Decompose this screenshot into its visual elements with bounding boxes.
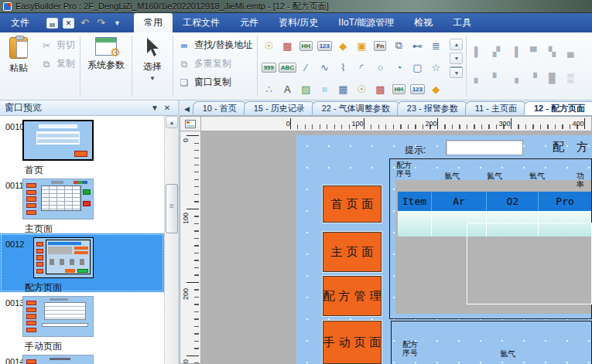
- panel-close-icon[interactable]: ✕: [161, 104, 173, 112]
- undo-icon[interactable]: ↶: [79, 18, 91, 29]
- preview-item-0011[interactable]: 0011 主页面: [0, 175, 164, 233]
- compile-icon[interactable]: ✕: [63, 18, 74, 29]
- window-id: 0013: [5, 298, 24, 308]
- value-display-icon[interactable]: 123: [408, 78, 426, 100]
- panel-scrollbar[interactable]: ▲: [164, 116, 178, 364]
- canvas-nav-button[interactable]: 配方管理: [323, 276, 382, 316]
- recipe-column-header: 功率: [577, 172, 591, 189]
- canvas-nav-button[interactable]: 手动页面: [323, 321, 382, 364]
- same-size-icon[interactable]: █: [542, 65, 561, 91]
- table-grid-icon[interactable]: ▦: [334, 78, 352, 100]
- multi-state-lamp-icon[interactable]: ▩: [371, 78, 389, 100]
- slider-icon[interactable]: ⊷: [408, 35, 426, 56]
- word-lamp-icon[interactable]: HH: [296, 35, 315, 56]
- align-right-icon[interactable]: ▐: [505, 39, 524, 65]
- same-height-icon[interactable]: ▝: [524, 65, 542, 91]
- ribbon-scroll-up-icon[interactable]: ▲: [450, 39, 463, 50]
- cut-button[interactable]: ✂ 剪切: [40, 39, 75, 52]
- canvas-nav-button[interactable]: 首页面: [323, 185, 382, 223]
- ribbon-scroll-down-icon[interactable]: ▼: [450, 53, 463, 64]
- menu-tab[interactable]: IIoT/能源管理: [328, 13, 404, 32]
- multi-copy-button[interactable]: ⧉ 多重复制: [178, 57, 252, 70]
- same-width-icon[interactable]: ▗: [505, 65, 524, 91]
- find-replace-address-button[interactable]: ∞ 查找/替换地址: [178, 39, 252, 52]
- window-id: 0011: [5, 181, 24, 190]
- line-tool-icon[interactable]: ∕: [296, 56, 315, 78]
- align-top-icon[interactable]: ▀: [524, 39, 542, 65]
- copy-icon: ⧉: [40, 59, 53, 70]
- select-dropdown-icon[interactable]: ▼: [149, 75, 156, 82]
- scroll-up-icon[interactable]: ▲: [166, 116, 178, 128]
- filled-rect-icon[interactable]: ■: [315, 78, 334, 100]
- canvas-nav-button[interactable]: 主页面: [323, 232, 382, 272]
- redo-icon[interactable]: ↷: [95, 18, 107, 29]
- align-bottom-icon[interactable]: ▄: [561, 39, 580, 65]
- polyline-tool-icon[interactable]: ⌇: [334, 56, 352, 78]
- picture-object-icon[interactable]: ▨: [296, 78, 315, 100]
- indicator-lamp-icon[interactable]: ☉: [259, 35, 278, 56]
- circle-tool-icon[interactable]: ○: [371, 56, 389, 78]
- bit-lamp-icon[interactable]: ☉: [352, 78, 371, 100]
- menu-tab[interactable]: 工程文件: [173, 13, 230, 32]
- menu-tab[interactable]: 检视: [404, 13, 443, 32]
- select-button[interactable]: 选择 ▼: [134, 32, 171, 100]
- preview-item-0012[interactable]: 0012 配方页面: [0, 233, 164, 292]
- traffic-light-icon[interactable]: ▩: [278, 35, 296, 56]
- function-key-icon[interactable]: ◆: [334, 35, 352, 56]
- ribbon-expand-icon[interactable]: ▼: [450, 66, 463, 78]
- paste-button[interactable]: 粘贴: [0, 32, 37, 100]
- word-display-icon[interactable]: HH: [389, 78, 408, 100]
- rotate-icon[interactable]: ▒: [561, 65, 580, 91]
- recipe-table-object[interactable]: ItemArO2Pro 配方 序号氩气氮气氧气功率: [389, 158, 592, 319]
- editor-tab[interactable]: 23 - 报警参数: [397, 101, 468, 115]
- editor-tab[interactable]: 10 - 首页: [193, 101, 247, 115]
- star-tool-icon[interactable]: ☆: [426, 56, 445, 78]
- tab-scroll-left-icon[interactable]: ◀: [181, 103, 193, 115]
- editor-tab[interactable]: 11 - 主页面: [465, 101, 527, 115]
- menu-tab[interactable]: 常用: [134, 13, 173, 32]
- text-object-icon[interactable]: A: [278, 78, 296, 100]
- save-icon[interactable]: [46, 18, 58, 29]
- binoculars-icon: ∞: [178, 40, 190, 51]
- menu-file[interactable]: 文件: [0, 13, 40, 32]
- align-middle-icon[interactable]: ▚: [542, 39, 561, 65]
- menu-tab[interactable]: 资料/历史: [269, 13, 328, 32]
- window-title: EasyBuilder Pro : 2F_DengLiZi_M160/1ie20…: [15, 1, 329, 12]
- system-parameters-button[interactable]: 系统参数: [82, 32, 130, 100]
- window-object-icon[interactable]: ⧉: [389, 35, 408, 56]
- panel-dropdown-icon[interactable]: ▼: [149, 104, 161, 112]
- rect-tool-icon[interactable]: ▢: [408, 56, 426, 78]
- menu-tab[interactable]: 元件: [230, 13, 269, 32]
- ascii-input-icon[interactable]: ABC: [278, 56, 296, 78]
- design-canvas[interactable]: 提示: 配方 ItemArO2Pro 配方 序号氩气氮气氧气功率 配方 序号氩气…: [296, 135, 592, 364]
- hint-value-box[interactable]: [446, 140, 523, 155]
- distribute-h-icon[interactable]: ▖: [468, 65, 487, 91]
- preview-item-0013[interactable]: 0013 手动页面: [0, 292, 164, 351]
- arc-tool-icon[interactable]: ◜: [352, 56, 371, 78]
- tag-object-icon[interactable]: ◆: [426, 78, 445, 100]
- preview-item-0014[interactable]: 0014: [0, 351, 164, 364]
- editor-tab[interactable]: 22 - 气体调整参数: [312, 101, 400, 115]
- align-left-icon[interactable]: ▌: [468, 39, 487, 65]
- numeric-input-icon[interactable]: 999: [259, 56, 278, 78]
- recipe-lower-object[interactable]: 配方 序号氩气: [391, 321, 592, 364]
- fn-button-icon[interactable]: Fn: [371, 35, 389, 56]
- rays-object-icon[interactable]: ∴: [259, 78, 278, 100]
- scroll-thumb[interactable]: [166, 184, 178, 233]
- copy-button[interactable]: ⧉ 复制: [40, 57, 75, 70]
- align-center-h-icon[interactable]: ▞: [487, 39, 505, 65]
- preview-item-0010[interactable]: 0010 首页: [0, 116, 164, 175]
- window-copy-button[interactable]: ❏ 窗口复制: [178, 76, 252, 89]
- numeric-display-icon[interactable]: 123: [315, 35, 334, 56]
- toggle-switch-icon[interactable]: ▣: [352, 35, 371, 56]
- freehand-tool-icon[interactable]: ∿: [315, 56, 334, 78]
- window-thumbnail: [33, 237, 94, 278]
- editor-tab[interactable]: 15 - 历史记录: [244, 101, 315, 115]
- distribute-v-icon[interactable]: ▘: [487, 65, 505, 91]
- grid-data-cell: [398, 211, 431, 236]
- quick-access-more-icon[interactable]: ▼: [111, 18, 123, 29]
- option-list-icon[interactable]: ≣: [426, 35, 445, 56]
- editor-tab[interactable]: 12 - 配方页面: [524, 101, 592, 115]
- menu-tab[interactable]: 工具: [443, 13, 481, 32]
- pie-tool-icon[interactable]: ◔: [389, 56, 408, 78]
